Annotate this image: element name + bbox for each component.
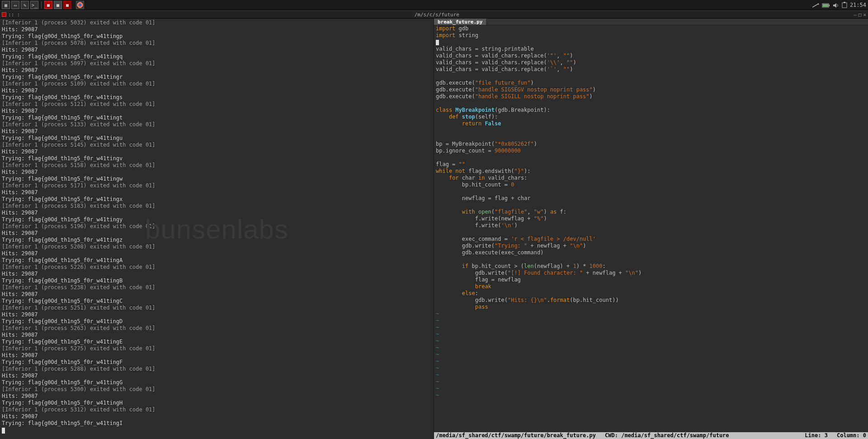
window-app-icon (2, 12, 6, 17)
editor-pane[interactable]: break_future.py import gdb import string… (434, 19, 868, 439)
editor-code[interactable]: import gdb import string valid_chars = s… (434, 25, 868, 399)
svg-point-1 (79, 4, 81, 6)
window-title-left: :: : (0, 12, 20, 18)
clock[interactable]: 21:54 (850, 2, 866, 8)
svg-rect-4 (823, 4, 828, 7)
editor-tab[interactable]: break_future.py (434, 19, 486, 25)
window-title-prefix: :: : (8, 12, 20, 18)
status-column: Column: 0 (837, 432, 866, 439)
taskbar-window2-icon[interactable]: ■ (54, 1, 62, 9)
window-title-path: /m/s/c/s/future (20, 12, 854, 18)
clipboard-icon[interactable] (842, 2, 847, 9)
terminal-output: [Inferior 1 (process 5032) exited with c… (0, 19, 434, 434)
svg-rect-5 (829, 5, 830, 6)
svg-rect-7 (844, 2, 845, 3)
status-filepath: /media/sf_shared/ctf/swamp/future/break_… (436, 432, 596, 439)
workspace: bunsenlabs [Inferior 1 (process 5032) ex… (0, 19, 868, 439)
taskbar-menu-icon[interactable]: ▦ (2, 1, 10, 9)
status-line: Line: 3 (805, 432, 828, 439)
taskbar-editor-icon[interactable]: ✎ (21, 1, 29, 9)
spacer (73, 1, 75, 9)
taskbar-divider (41, 1, 42, 9)
taskbar-left: ▦ ▭ ✎ >_ ■ ■ ■ (2, 1, 84, 9)
taskbar-terminal-icon[interactable]: >_ (30, 1, 38, 9)
keyboard-icon[interactable] (812, 2, 819, 8)
svg-point-2 (817, 3, 819, 5)
window-controls: — □ ✕ (854, 12, 868, 18)
status-cwd: CWD: /media/sf_shared/ctf/swamp/future (605, 432, 729, 439)
minimize-button[interactable]: — (854, 12, 857, 18)
system-tray: 21:54 (812, 2, 866, 9)
close-button[interactable]: ✕ (863, 12, 866, 18)
svg-rect-6 (842, 3, 847, 8)
terminal-pane[interactable]: bunsenlabs [Inferior 1 (process 5032) ex… (0, 19, 434, 439)
maximize-button[interactable]: □ (859, 12, 862, 18)
volume-icon[interactable] (833, 2, 839, 8)
taskbar-firefox-icon[interactable] (76, 1, 84, 9)
editor-statusbar: /media/sf_shared/ctf/swamp/future/break_… (434, 432, 868, 439)
window-titlebar: :: : /m/s/c/s/future — □ ✕ (0, 10, 868, 19)
editor-tabbar: break_future.py (434, 19, 868, 25)
battery-icon[interactable] (822, 2, 830, 8)
taskbar: ▦ ▭ ✎ >_ ■ ■ ■ 21:54 (0, 0, 868, 10)
taskbar-filemanager-icon[interactable]: ▭ (11, 1, 19, 9)
taskbar-active-window-icon[interactable]: ■ (44, 1, 52, 9)
taskbar-window3-icon[interactable]: ■ (63, 1, 71, 9)
